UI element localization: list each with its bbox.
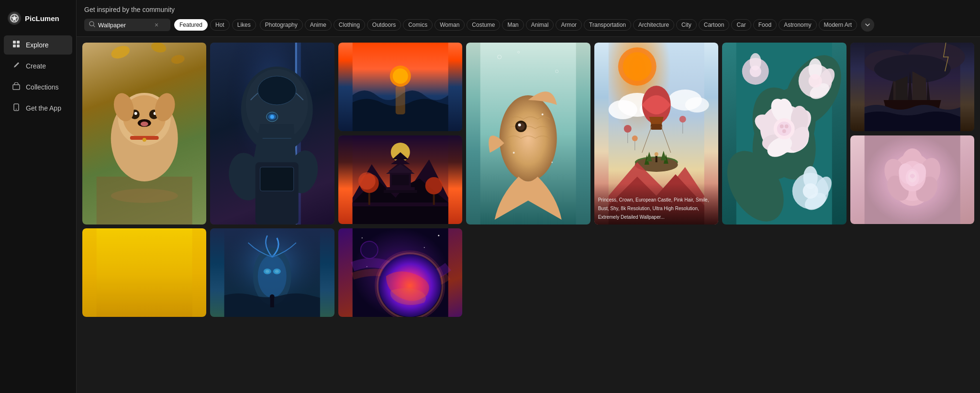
svg-point-82 [679, 116, 686, 123]
svg-point-44 [393, 68, 408, 84]
svg-point-37 [270, 115, 274, 119]
svg-point-11 [110, 44, 132, 61]
tag-outdoors[interactable]: Outdoors [367, 19, 401, 31]
tag-comics[interactable]: Comics [403, 19, 433, 31]
search-input[interactable] [98, 22, 151, 29]
svg-point-133 [358, 172, 376, 190]
tag-woman[interactable]: Woman [434, 19, 465, 31]
gallery-item-ocean[interactable] [338, 43, 462, 131]
search-box[interactable]: × [84, 19, 170, 31]
expand-tags-button[interactable] [861, 18, 874, 32]
balloon-caption: Princess, Crown, European Castle, Pink H… [598, 197, 709, 220]
svg-rect-6 [13, 85, 20, 90]
balloon-caption-overlay: Princess, Crown, European Castle, Pink H… [594, 183, 718, 225]
gallery-item-fish[interactable] [466, 43, 590, 225]
svg-rect-150 [864, 135, 960, 224]
svg-point-53 [518, 124, 521, 126]
svg-point-56 [551, 162, 553, 163]
explore-icon [11, 40, 21, 50]
svg-rect-129 [386, 187, 415, 190]
gallery-grid: Golden retriever puppy [82, 43, 974, 317]
tab-likes[interactable]: Likes [232, 19, 256, 31]
svg-point-116 [750, 66, 761, 77]
svg-point-166 [424, 247, 425, 248]
svg-point-101 [780, 124, 784, 128]
gallery-item-temple[interactable] [338, 135, 462, 224]
svg-point-50 [500, 95, 557, 181]
svg-rect-136 [433, 194, 435, 205]
tag-cartoon[interactable]: Cartoon [699, 19, 730, 31]
svg-line-10 [93, 25, 95, 27]
tag-man[interactable]: Man [502, 19, 523, 31]
collections-label: Collections [26, 83, 58, 91]
search-icon [89, 21, 95, 29]
svg-point-55 [513, 152, 515, 154]
svg-point-100 [777, 122, 791, 136]
svg-point-134 [425, 177, 443, 194]
get-app-label: Get the App [26, 104, 61, 112]
create-label: Create [26, 62, 46, 70]
svg-point-13 [170, 54, 185, 65]
svg-point-15 [111, 189, 178, 203]
search-filter-row: × Featured Hot Likes Photography Anime C… [84, 18, 972, 32]
svg-point-21 [134, 112, 137, 115]
svg-point-102 [785, 124, 789, 128]
svg-point-60 [623, 52, 651, 81]
gallery-item-puppy[interactable]: Golden retriever puppy [82, 43, 206, 225]
gallery-item-yellow[interactable] [82, 228, 206, 317]
tag-food[interactable]: Food [753, 19, 777, 31]
create-icon [11, 61, 21, 71]
logo-area[interactable]: PicLumen [0, 8, 76, 34]
svg-point-80 [632, 135, 637, 141]
gallery-item-planet[interactable] [338, 228, 462, 317]
svg-point-52 [517, 123, 525, 130]
gallery-item-ship[interactable] [850, 43, 974, 131]
search-clear-button[interactable]: × [154, 21, 159, 29]
svg-rect-45 [396, 86, 405, 114]
svg-point-28 [143, 138, 146, 142]
sidebar: PicLumen Explore Create [0, 0, 77, 393]
tag-modern-art[interactable]: Modern Art [819, 19, 858, 31]
svg-point-162 [270, 294, 275, 299]
svg-rect-130 [384, 190, 417, 193]
svg-point-113 [803, 183, 818, 199]
svg-point-24 [141, 122, 148, 126]
page-title: Get inspired by the community [84, 6, 972, 13]
sidebar-item-collections[interactable]: Collections [4, 78, 72, 97]
tag-astronomy[interactable]: Astronomy [779, 19, 816, 31]
svg-rect-135 [368, 193, 370, 205]
tag-animal[interactable]: Animal [526, 19, 554, 31]
logo-text: PicLumen [25, 14, 59, 22]
sidebar-item-explore[interactable]: Explore [4, 35, 72, 55]
tab-featured[interactable]: Featured [174, 19, 208, 31]
svg-point-78 [624, 125, 631, 133]
tag-armor[interactable]: Armor [556, 19, 582, 31]
filter-tag-list: Photography Anime Clothing Outdoors Comi… [260, 19, 857, 31]
svg-point-54 [542, 113, 544, 115]
svg-point-164 [362, 237, 363, 238]
gallery-item-floral[interactable] [722, 43, 846, 225]
svg-rect-76 [655, 155, 657, 162]
tag-city[interactable]: City [676, 19, 697, 31]
gallery-item-robot[interactable]: Futuristic robot soldier [210, 43, 334, 225]
svg-point-103 [782, 129, 786, 133]
tag-car[interactable]: Car [731, 19, 751, 31]
sidebar-item-create[interactable]: Create [4, 56, 72, 76]
tag-clothing[interactable]: Clothing [334, 19, 365, 31]
svg-rect-41 [260, 167, 294, 191]
tag-anime[interactable]: Anime [305, 19, 332, 31]
get-app-icon [11, 103, 21, 113]
logo-icon [8, 11, 21, 25]
main-content: Get inspired by the community × Featured… [77, 0, 980, 393]
explore-label: Explore [26, 41, 48, 49]
tab-hot[interactable]: Hot [210, 19, 230, 31]
tag-architecture[interactable]: Architecture [633, 19, 674, 31]
tag-costume[interactable]: Costume [467, 19, 500, 31]
tag-transportation[interactable]: Transportation [584, 19, 631, 31]
svg-point-165 [438, 235, 439, 236]
tag-photography[interactable]: Photography [260, 19, 303, 31]
gallery-item-creature[interactable] [210, 228, 334, 317]
gallery-item-rose[interactable] [850, 135, 974, 224]
sidebar-item-get-app[interactable]: Get the App [4, 99, 72, 118]
gallery-item-balloon[interactable]: Princess, Crown, European Castle, Pink H… [594, 43, 718, 225]
